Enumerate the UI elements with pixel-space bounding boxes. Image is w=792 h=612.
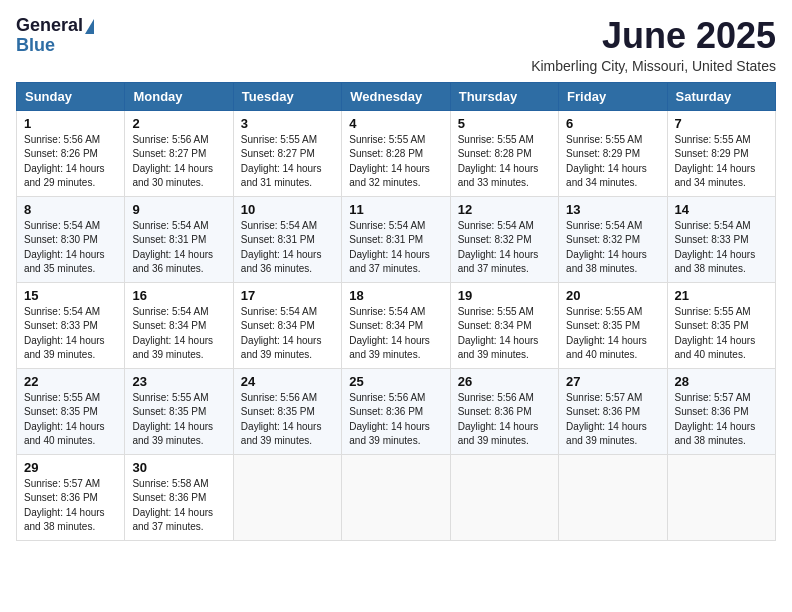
logo: General Blue — [16, 16, 94, 56]
header-tuesday: Tuesday — [233, 82, 341, 110]
day-number: 27 — [566, 374, 659, 389]
day-info: Sunrise: 5:55 AMSunset: 8:28 PMDaylight:… — [349, 133, 442, 191]
calendar-cell: 25Sunrise: 5:56 AMSunset: 8:36 PMDayligh… — [342, 368, 450, 454]
day-number: 6 — [566, 116, 659, 131]
calendar-cell: 6Sunrise: 5:55 AMSunset: 8:29 PMDaylight… — [559, 110, 667, 196]
day-info: Sunrise: 5:58 AMSunset: 8:36 PMDaylight:… — [132, 477, 225, 535]
day-info: Sunrise: 5:57 AMSunset: 8:36 PMDaylight:… — [675, 391, 768, 449]
day-number: 30 — [132, 460, 225, 475]
day-number: 21 — [675, 288, 768, 303]
calendar-cell — [342, 454, 450, 540]
day-number: 13 — [566, 202, 659, 217]
page-header: General Blue June 2025 Kimberling City, … — [16, 16, 776, 74]
calendar-cell: 22Sunrise: 5:55 AMSunset: 8:35 PMDayligh… — [17, 368, 125, 454]
day-info: Sunrise: 5:54 AMSunset: 8:33 PMDaylight:… — [24, 305, 117, 363]
calendar-cell: 5Sunrise: 5:55 AMSunset: 8:28 PMDaylight… — [450, 110, 558, 196]
day-number: 17 — [241, 288, 334, 303]
location-title: Kimberling City, Missouri, United States — [531, 58, 776, 74]
title-block: June 2025 Kimberling City, Missouri, Uni… — [531, 16, 776, 74]
day-info: Sunrise: 5:56 AMSunset: 8:27 PMDaylight:… — [132, 133, 225, 191]
calendar-cell: 7Sunrise: 5:55 AMSunset: 8:29 PMDaylight… — [667, 110, 775, 196]
calendar-cell: 3Sunrise: 5:55 AMSunset: 8:27 PMDaylight… — [233, 110, 341, 196]
day-number: 28 — [675, 374, 768, 389]
day-number: 24 — [241, 374, 334, 389]
logo-blue: Blue — [16, 36, 55, 56]
logo-general: General — [16, 16, 94, 36]
calendar-table: SundayMondayTuesdayWednesdayThursdayFrid… — [16, 82, 776, 541]
calendar-cell: 26Sunrise: 5:56 AMSunset: 8:36 PMDayligh… — [450, 368, 558, 454]
calendar-cell — [233, 454, 341, 540]
day-number: 14 — [675, 202, 768, 217]
calendar-cell: 1Sunrise: 5:56 AMSunset: 8:26 PMDaylight… — [17, 110, 125, 196]
calendar-week-2: 8Sunrise: 5:54 AMSunset: 8:30 PMDaylight… — [17, 196, 776, 282]
calendar-week-3: 15Sunrise: 5:54 AMSunset: 8:33 PMDayligh… — [17, 282, 776, 368]
day-number: 15 — [24, 288, 117, 303]
day-info: Sunrise: 5:55 AMSunset: 8:35 PMDaylight:… — [24, 391, 117, 449]
calendar-week-4: 22Sunrise: 5:55 AMSunset: 8:35 PMDayligh… — [17, 368, 776, 454]
day-info: Sunrise: 5:57 AMSunset: 8:36 PMDaylight:… — [24, 477, 117, 535]
day-info: Sunrise: 5:55 AMSunset: 8:28 PMDaylight:… — [458, 133, 551, 191]
day-info: Sunrise: 5:54 AMSunset: 8:34 PMDaylight:… — [349, 305, 442, 363]
header-sunday: Sunday — [17, 82, 125, 110]
day-number: 10 — [241, 202, 334, 217]
day-number: 8 — [24, 202, 117, 217]
calendar-cell: 9Sunrise: 5:54 AMSunset: 8:31 PMDaylight… — [125, 196, 233, 282]
calendar-cell: 23Sunrise: 5:55 AMSunset: 8:35 PMDayligh… — [125, 368, 233, 454]
day-number: 19 — [458, 288, 551, 303]
day-info: Sunrise: 5:55 AMSunset: 8:34 PMDaylight:… — [458, 305, 551, 363]
calendar-cell: 28Sunrise: 5:57 AMSunset: 8:36 PMDayligh… — [667, 368, 775, 454]
day-number: 22 — [24, 374, 117, 389]
day-number: 1 — [24, 116, 117, 131]
calendar-cell: 30Sunrise: 5:58 AMSunset: 8:36 PMDayligh… — [125, 454, 233, 540]
calendar-cell: 19Sunrise: 5:55 AMSunset: 8:34 PMDayligh… — [450, 282, 558, 368]
day-number: 5 — [458, 116, 551, 131]
calendar-header-row: SundayMondayTuesdayWednesdayThursdayFrid… — [17, 82, 776, 110]
day-info: Sunrise: 5:54 AMSunset: 8:31 PMDaylight:… — [132, 219, 225, 277]
day-info: Sunrise: 5:54 AMSunset: 8:30 PMDaylight:… — [24, 219, 117, 277]
calendar-cell: 4Sunrise: 5:55 AMSunset: 8:28 PMDaylight… — [342, 110, 450, 196]
day-number: 20 — [566, 288, 659, 303]
day-info: Sunrise: 5:54 AMSunset: 8:32 PMDaylight:… — [566, 219, 659, 277]
day-info: Sunrise: 5:55 AMSunset: 8:27 PMDaylight:… — [241, 133, 334, 191]
calendar-cell: 13Sunrise: 5:54 AMSunset: 8:32 PMDayligh… — [559, 196, 667, 282]
day-info: Sunrise: 5:54 AMSunset: 8:31 PMDaylight:… — [241, 219, 334, 277]
day-number: 16 — [132, 288, 225, 303]
header-wednesday: Wednesday — [342, 82, 450, 110]
day-info: Sunrise: 5:55 AMSunset: 8:29 PMDaylight:… — [675, 133, 768, 191]
day-info: Sunrise: 5:54 AMSunset: 8:32 PMDaylight:… — [458, 219, 551, 277]
day-info: Sunrise: 5:54 AMSunset: 8:34 PMDaylight:… — [241, 305, 334, 363]
day-info: Sunrise: 5:55 AMSunset: 8:35 PMDaylight:… — [675, 305, 768, 363]
calendar-cell: 27Sunrise: 5:57 AMSunset: 8:36 PMDayligh… — [559, 368, 667, 454]
day-number: 26 — [458, 374, 551, 389]
calendar-cell: 21Sunrise: 5:55 AMSunset: 8:35 PMDayligh… — [667, 282, 775, 368]
calendar-cell: 24Sunrise: 5:56 AMSunset: 8:35 PMDayligh… — [233, 368, 341, 454]
month-title: June 2025 — [531, 16, 776, 56]
calendar-cell — [559, 454, 667, 540]
calendar-cell: 10Sunrise: 5:54 AMSunset: 8:31 PMDayligh… — [233, 196, 341, 282]
calendar-cell: 11Sunrise: 5:54 AMSunset: 8:31 PMDayligh… — [342, 196, 450, 282]
day-number: 7 — [675, 116, 768, 131]
header-friday: Friday — [559, 82, 667, 110]
day-number: 2 — [132, 116, 225, 131]
calendar-cell — [450, 454, 558, 540]
day-info: Sunrise: 5:56 AMSunset: 8:35 PMDaylight:… — [241, 391, 334, 449]
day-number: 18 — [349, 288, 442, 303]
day-number: 11 — [349, 202, 442, 217]
day-info: Sunrise: 5:56 AMSunset: 8:36 PMDaylight:… — [458, 391, 551, 449]
calendar-cell — [667, 454, 775, 540]
calendar-cell: 29Sunrise: 5:57 AMSunset: 8:36 PMDayligh… — [17, 454, 125, 540]
day-info: Sunrise: 5:54 AMSunset: 8:34 PMDaylight:… — [132, 305, 225, 363]
day-number: 29 — [24, 460, 117, 475]
calendar-cell: 17Sunrise: 5:54 AMSunset: 8:34 PMDayligh… — [233, 282, 341, 368]
calendar-cell: 18Sunrise: 5:54 AMSunset: 8:34 PMDayligh… — [342, 282, 450, 368]
day-number: 12 — [458, 202, 551, 217]
day-info: Sunrise: 5:54 AMSunset: 8:33 PMDaylight:… — [675, 219, 768, 277]
day-number: 3 — [241, 116, 334, 131]
day-info: Sunrise: 5:56 AMSunset: 8:26 PMDaylight:… — [24, 133, 117, 191]
calendar-cell: 20Sunrise: 5:55 AMSunset: 8:35 PMDayligh… — [559, 282, 667, 368]
calendar-cell: 12Sunrise: 5:54 AMSunset: 8:32 PMDayligh… — [450, 196, 558, 282]
day-info: Sunrise: 5:57 AMSunset: 8:36 PMDaylight:… — [566, 391, 659, 449]
calendar-week-1: 1Sunrise: 5:56 AMSunset: 8:26 PMDaylight… — [17, 110, 776, 196]
day-number: 4 — [349, 116, 442, 131]
day-number: 25 — [349, 374, 442, 389]
